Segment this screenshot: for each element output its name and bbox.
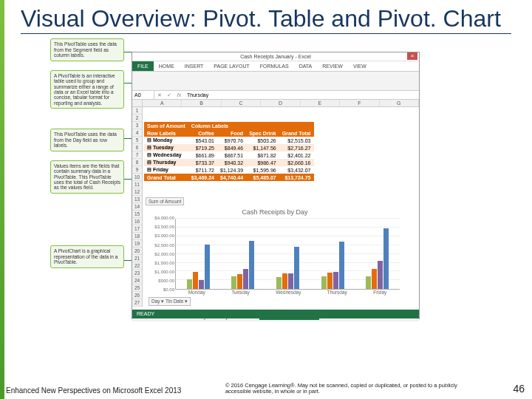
bar <box>327 273 332 290</box>
row-head[interactable]: 26 <box>132 292 142 299</box>
fx-icon[interactable]: fx <box>177 92 181 98</box>
row-head[interactable]: 20 <box>132 248 142 255</box>
pivot-rowlabel-hdr[interactable]: Row Labels <box>144 129 188 137</box>
pivot-row-label: ⊟ Friday <box>144 166 188 174</box>
pivot-col-headers: Row Labels Coffee Food Spec Drink Grand … <box>144 129 314 137</box>
y-tick: $4,000.00 <box>148 216 174 220</box>
row-head[interactable]: 3 <box>132 122 142 129</box>
row-head[interactable]: 11 <box>132 181 142 188</box>
row-head[interactable]: 19 <box>132 240 142 248</box>
bar <box>276 277 282 289</box>
select-all-cell[interactable] <box>132 100 143 106</box>
ribbon-tab-home[interactable]: HOME <box>154 61 180 71</box>
bar <box>321 276 327 290</box>
col-head[interactable]: A <box>143 100 182 106</box>
pivot-col-hdr: Grand Total <box>279 129 314 137</box>
row-head[interactable]: 12 <box>132 188 142 196</box>
row-head[interactable]: 2 <box>132 115 142 122</box>
row-head[interactable]: 13 <box>132 196 142 203</box>
y-tick: $1,500.00 <box>148 261 174 265</box>
chart-bars <box>176 219 400 289</box>
enter-icon[interactable]: ✓ <box>167 92 171 98</box>
x-axis-labels: MondayTuesdayWednesdayThursdayFriday <box>175 290 400 295</box>
pivot-table[interactable]: Sum of Amount Column Labels Row Labels C… <box>144 122 314 181</box>
ribbon-tab-view[interactable]: VIEW <box>348 61 372 71</box>
pivot-header-row: Sum of Amount Column Labels <box>144 122 314 129</box>
row-head[interactable]: 18 <box>132 233 142 240</box>
row-head[interactable]: 14 <box>132 203 142 211</box>
x-label: Monday <box>188 290 205 295</box>
row-head[interactable]: 4 <box>132 129 142 137</box>
window-titlebar: Cash Receipts January - Excel × <box>132 52 419 61</box>
row-head[interactable]: 1 <box>132 107 142 115</box>
pivot-cell: $867.51 <box>217 151 246 159</box>
pivot-data-row: ⊟ Friday$711.72$1,124.39$1,595.96$3,432.… <box>144 166 314 174</box>
slide-title: Visual Overview: Pivot. Table and Pivot.… <box>21 6 511 34</box>
bar <box>193 272 198 289</box>
formula-value[interactable]: Thursday <box>184 92 208 98</box>
status-bar: READY <box>132 310 419 318</box>
ribbon-tabs: FILE HOME INSERT PAGE LAYOUT FORMULAS DA… <box>132 61 419 72</box>
ribbon-tab-data[interactable]: DATA <box>294 61 318 71</box>
bar <box>339 242 344 289</box>
row-head[interactable]: 21 <box>132 255 142 262</box>
ribbon-area <box>132 72 419 91</box>
ribbon-tab-pagelayout[interactable]: PAGE LAYOUT <box>208 61 254 71</box>
row-head[interactable]: 8 <box>132 159 142 166</box>
bar <box>333 272 338 290</box>
row-head[interactable]: 7 <box>132 151 142 159</box>
ribbon-tab-formulas[interactable]: FORMULAS <box>255 61 294 71</box>
row-head[interactable]: 15 <box>132 211 142 218</box>
pivot-chart[interactable]: Sum of Amount Cash Receipts by Day $0.00… <box>146 197 404 308</box>
pivot-col-label[interactable]: Column Labels <box>188 122 314 129</box>
accent-bar <box>0 0 4 399</box>
col-head[interactable]: B <box>182 100 221 106</box>
status-text: READY <box>137 311 154 316</box>
row-head[interactable]: 25 <box>132 284 142 292</box>
bar-group <box>276 247 299 290</box>
pivot-data-row: ⊟ Thursday$733.37$940.32$986.47$2,660.16 <box>144 159 314 166</box>
row-head[interactable]: 6 <box>132 144 142 151</box>
pivot-corner: Sum of Amount <box>144 122 188 129</box>
pivot-cell: $2,660.16 <box>279 159 314 166</box>
col-head[interactable]: G <box>380 100 419 106</box>
row-head[interactable]: 22 <box>132 262 142 270</box>
callout-1: This PivotTable uses the data from the S… <box>50 38 124 61</box>
window-title-text: Cash Receipts January - Excel <box>240 54 311 59</box>
row-head[interactable]: 17 <box>132 225 142 233</box>
col-head[interactable]: C <box>222 100 261 106</box>
pivot-cell: $543.01 <box>188 137 217 144</box>
row-head[interactable]: 23 <box>132 270 142 277</box>
row-head[interactable]: 16 <box>132 218 142 225</box>
cancel-icon[interactable]: ✕ <box>157 92 162 98</box>
pivot-cell: $503.26 <box>246 137 279 144</box>
callout-3: This PivotTable uses the data from the D… <box>50 129 124 151</box>
row-head[interactable]: 5 <box>132 137 142 144</box>
pivot-gt-val: $5,485.07 <box>246 174 279 181</box>
name-box[interactable]: A0 <box>132 91 154 100</box>
bar <box>187 279 192 289</box>
close-icon[interactable]: × <box>407 52 417 60</box>
ribbon-tab-review[interactable]: REVIEW <box>317 61 348 71</box>
row-head[interactable]: 10 <box>132 174 142 181</box>
callout-column-2: This PivotTable uses the data from the D… <box>50 129 124 202</box>
row-head[interactable]: 27 <box>132 299 142 307</box>
bar <box>282 273 287 289</box>
pivot-cell: $2,401.22 <box>279 151 314 159</box>
row-head[interactable]: 9 <box>132 166 142 174</box>
col-head[interactable]: D <box>261 100 300 106</box>
chart-field-button[interactable]: Sum of Amount <box>146 197 184 205</box>
pivot-grand-total: Grand Total $3,469.24 $4,740.44 $5,485.0… <box>144 174 314 181</box>
bar <box>383 228 389 289</box>
col-head[interactable]: F <box>340 100 379 106</box>
pivot-cell: $711.72 <box>188 166 217 174</box>
ribbon-tab-file[interactable]: FILE <box>132 61 154 71</box>
col-head[interactable]: E <box>301 100 340 106</box>
chart-axis-button[interactable]: Day ▾ Tin Date ▾ <box>149 297 191 306</box>
pivot-cell: $1,124.39 <box>217 166 246 174</box>
fx-icons: ✕ ✓ fx <box>154 92 184 98</box>
bar <box>378 261 383 289</box>
row-head[interactable]: 24 <box>132 277 142 284</box>
ribbon-tab-insert[interactable]: INSERT <box>180 61 209 71</box>
pivot-cell: $986.47 <box>246 159 279 166</box>
